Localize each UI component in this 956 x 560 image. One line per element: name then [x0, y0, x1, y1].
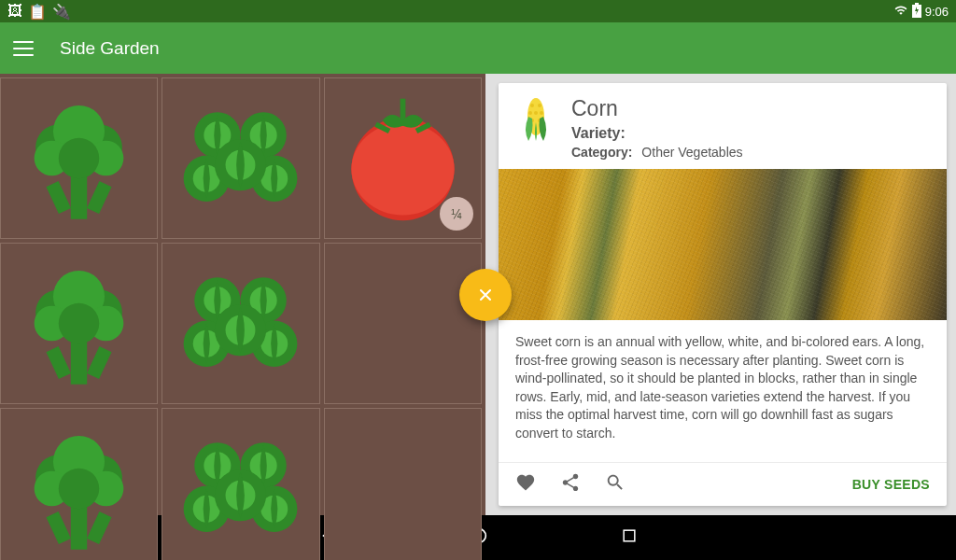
plant-photo: [499, 169, 947, 320]
garden-plot[interactable]: [0, 243, 158, 404]
clipboard-icon: 📋: [28, 3, 47, 21]
brussels-sprouts-icon: [173, 421, 308, 556]
brussels-sprouts-icon: [173, 256, 308, 391]
svg-point-22: [351, 123, 454, 216]
garden-grid: ¼: [0, 74, 485, 515]
variety-label: Variety:: [571, 125, 743, 142]
plant-title: Corn: [571, 96, 743, 121]
recent-icon: [620, 526, 639, 545]
close-icon: [476, 286, 495, 304]
status-time: 9:06: [925, 5, 949, 19]
menu-icon[interactable]: [13, 41, 34, 56]
category-row: Category:Other Vegetables: [571, 145, 743, 160]
svg-rect-70: [624, 530, 635, 541]
svg-point-66: [540, 111, 543, 115]
corn-icon: [515, 96, 556, 160]
card-actions: BUY SEEDS: [499, 462, 947, 506]
recent-button[interactable]: [620, 526, 639, 549]
garden-plot-empty[interactable]: [324, 243, 482, 404]
quantity-badge: ¼: [440, 197, 473, 231]
svg-rect-3: [47, 181, 72, 214]
garden-plot[interactable]: [0, 77, 158, 239]
plug-icon: 🔌: [52, 3, 71, 21]
svg-rect-1: [915, 3, 919, 5]
garden-plot[interactable]: [162, 77, 319, 239]
garden-plot[interactable]: [162, 243, 319, 404]
status-notification-icons: 🖼 📋 🔌: [7, 3, 71, 21]
svg-point-31: [59, 303, 100, 344]
svg-rect-25: [87, 346, 112, 379]
search-button[interactable]: [605, 472, 626, 497]
buy-seeds-button[interactable]: BUY SEEDS: [852, 477, 930, 492]
app-bar: Side Garden: [0, 22, 956, 74]
page-title: Side Garden: [60, 38, 160, 59]
category-label: Category:: [571, 145, 632, 160]
svg-rect-24: [47, 346, 72, 379]
svg-point-62: [530, 104, 534, 107]
garden-plot[interactable]: [0, 408, 158, 560]
image-icon: 🖼: [7, 3, 22, 20]
svg-point-10: [59, 138, 100, 179]
svg-rect-43: [47, 511, 72, 544]
garden-plot[interactable]: [162, 408, 319, 560]
broccoli-icon: [11, 256, 147, 391]
plant-card: Corn Variety: Category:Other Vegetables …: [499, 83, 947, 506]
heart-icon: [515, 472, 536, 493]
garden-plot[interactable]: ¼: [324, 77, 482, 239]
search-icon: [605, 472, 626, 493]
share-button[interactable]: [560, 472, 581, 497]
share-icon: [560, 472, 581, 493]
svg-point-65: [534, 111, 538, 115]
category-value: Other Vegetables: [641, 145, 742, 160]
svg-point-63: [538, 104, 541, 107]
plant-description: Sweet corn is an annual with yellow, whi…: [499, 320, 947, 462]
svg-rect-4: [87, 181, 112, 214]
close-fab[interactable]: [459, 269, 512, 321]
svg-point-64: [528, 111, 532, 115]
plant-detail-panel: Corn Variety: Category:Other Vegetables …: [485, 74, 956, 515]
broccoli-icon: [11, 91, 147, 226]
svg-rect-44: [87, 511, 112, 544]
broccoli-icon: [11, 421, 147, 556]
garden-plot-empty[interactable]: [324, 408, 482, 560]
status-bar: 🖼 📋 🔌 9:06: [0, 0, 956, 22]
battery-icon: [912, 3, 921, 21]
favorite-button[interactable]: [515, 472, 536, 497]
svg-point-50: [59, 469, 100, 510]
wifi-icon: [893, 4, 908, 20]
brussels-sprouts-icon: [173, 91, 308, 226]
